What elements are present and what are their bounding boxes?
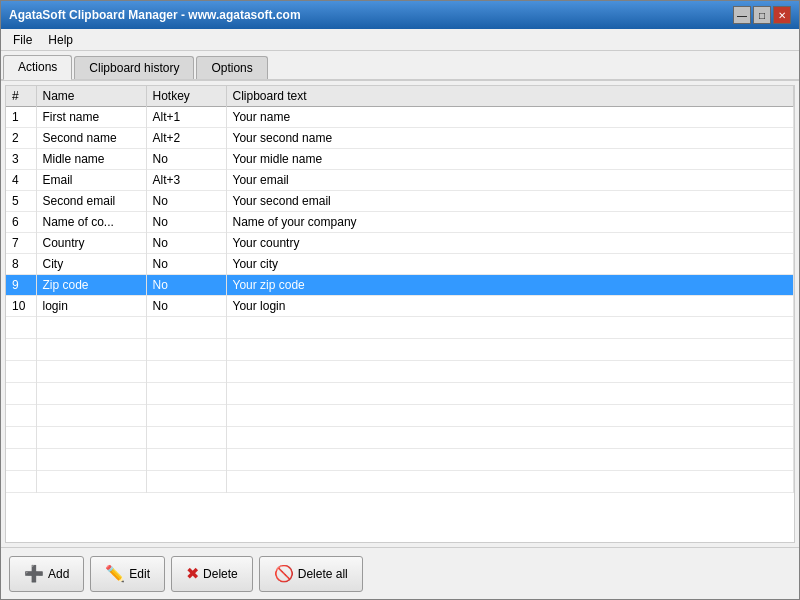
- cell-name: login: [36, 296, 146, 317]
- table-row-empty: [6, 339, 794, 361]
- cell-clipboard-text: Your zip code: [226, 275, 794, 296]
- cell-num: 4: [6, 170, 36, 191]
- table-row[interactable]: 4EmailAlt+3Your email: [6, 170, 794, 191]
- cell-clipboard-text: Your second email: [226, 191, 794, 212]
- delete-all-button[interactable]: 🚫 Delete all: [259, 556, 363, 592]
- cell-hotkey: Alt+3: [146, 170, 226, 191]
- bottom-bar: ➕ Add ✏️ Edit ✖ Delete 🚫 Delete all: [1, 547, 799, 599]
- cell-num: 5: [6, 191, 36, 212]
- actions-table-container: # Name Hotkey Clipboard text 1First name…: [5, 85, 795, 543]
- delete-button[interactable]: ✖ Delete: [171, 556, 253, 592]
- table-body: 1First nameAlt+1Your name2Second nameAlt…: [6, 107, 794, 493]
- maximize-button[interactable]: □: [753, 6, 771, 24]
- table-row-empty: [6, 317, 794, 339]
- cell-clipboard-text: Your city: [226, 254, 794, 275]
- cell-num: 8: [6, 254, 36, 275]
- cell-hotkey: No: [146, 275, 226, 296]
- table-row[interactable]: 6Name of co...NoName of your company: [6, 212, 794, 233]
- table-row-empty: [6, 405, 794, 427]
- edit-button-label: Edit: [129, 567, 150, 581]
- add-button[interactable]: ➕ Add: [9, 556, 84, 592]
- add-icon: ➕: [24, 564, 44, 583]
- menu-bar: File Help: [1, 29, 799, 51]
- actions-table: # Name Hotkey Clipboard text 1First name…: [6, 86, 794, 493]
- table-row-empty: [6, 471, 794, 493]
- cell-clipboard-text: Your name: [226, 107, 794, 128]
- cell-clipboard-text: Your email: [226, 170, 794, 191]
- cell-name: Email: [36, 170, 146, 191]
- cell-num: 2: [6, 128, 36, 149]
- cell-hotkey: Alt+2: [146, 128, 226, 149]
- table-row-empty: [6, 449, 794, 471]
- cell-num: 3: [6, 149, 36, 170]
- cell-clipboard-text: Your login: [226, 296, 794, 317]
- cell-hotkey: No: [146, 233, 226, 254]
- cell-clipboard-text: Your second name: [226, 128, 794, 149]
- close-button[interactable]: ✕: [773, 6, 791, 24]
- title-bar: AgataSoft Clipboard Manager - www.agatas…: [1, 1, 799, 29]
- add-button-label: Add: [48, 567, 69, 581]
- title-bar-buttons: — □ ✕: [733, 6, 791, 24]
- delete-button-label: Delete: [203, 567, 238, 581]
- cell-name: Zip code: [36, 275, 146, 296]
- edit-button[interactable]: ✏️ Edit: [90, 556, 165, 592]
- table-row[interactable]: 9Zip codeNoYour zip code: [6, 275, 794, 296]
- cell-clipboard-text: Your midle name: [226, 149, 794, 170]
- table-row[interactable]: 10loginNoYour login: [6, 296, 794, 317]
- cell-clipboard-text: Your country: [226, 233, 794, 254]
- cell-hotkey: No: [146, 254, 226, 275]
- main-window: AgataSoft Clipboard Manager - www.agatas…: [0, 0, 800, 600]
- cell-name: City: [36, 254, 146, 275]
- cell-name: Name of co...: [36, 212, 146, 233]
- edit-icon: ✏️: [105, 564, 125, 583]
- table-row[interactable]: 5Second emailNoYour second email: [6, 191, 794, 212]
- cell-name: Second email: [36, 191, 146, 212]
- table-row-empty: [6, 361, 794, 383]
- cell-name: Second name: [36, 128, 146, 149]
- cell-clipboard-text: Name of your company: [226, 212, 794, 233]
- cell-hotkey: Alt+1: [146, 107, 226, 128]
- tab-bar: Actions Clipboard history Options: [1, 51, 799, 81]
- col-header-text: Clipboard text: [226, 86, 794, 107]
- cell-name: Country: [36, 233, 146, 254]
- tab-options[interactable]: Options: [196, 56, 267, 79]
- delete-all-icon: 🚫: [274, 564, 294, 583]
- table-row[interactable]: 8CityNoYour city: [6, 254, 794, 275]
- table-header-row: # Name Hotkey Clipboard text: [6, 86, 794, 107]
- tab-clipboard-history[interactable]: Clipboard history: [74, 56, 194, 79]
- delete-icon: ✖: [186, 564, 199, 583]
- cell-name: Midle name: [36, 149, 146, 170]
- menu-help[interactable]: Help: [40, 31, 81, 49]
- tab-actions[interactable]: Actions: [3, 55, 72, 80]
- col-header-num: #: [6, 86, 36, 107]
- menu-file[interactable]: File: [5, 31, 40, 49]
- delete-all-button-label: Delete all: [298, 567, 348, 581]
- cell-num: 1: [6, 107, 36, 128]
- cell-num: 9: [6, 275, 36, 296]
- table-row-empty: [6, 383, 794, 405]
- table-row[interactable]: 3Midle nameNoYour midle name: [6, 149, 794, 170]
- cell-num: 7: [6, 233, 36, 254]
- col-header-hotkey: Hotkey: [146, 86, 226, 107]
- table-row[interactable]: 1First nameAlt+1Your name: [6, 107, 794, 128]
- cell-hotkey: No: [146, 296, 226, 317]
- table-row-empty: [6, 427, 794, 449]
- col-header-name: Name: [36, 86, 146, 107]
- cell-name: First name: [36, 107, 146, 128]
- cell-num: 6: [6, 212, 36, 233]
- window-title: AgataSoft Clipboard Manager - www.agatas…: [9, 8, 301, 22]
- cell-num: 10: [6, 296, 36, 317]
- minimize-button[interactable]: —: [733, 6, 751, 24]
- cell-hotkey: No: [146, 149, 226, 170]
- cell-hotkey: No: [146, 191, 226, 212]
- table-row[interactable]: 7CountryNoYour country: [6, 233, 794, 254]
- cell-hotkey: No: [146, 212, 226, 233]
- table-row[interactable]: 2Second nameAlt+2Your second name: [6, 128, 794, 149]
